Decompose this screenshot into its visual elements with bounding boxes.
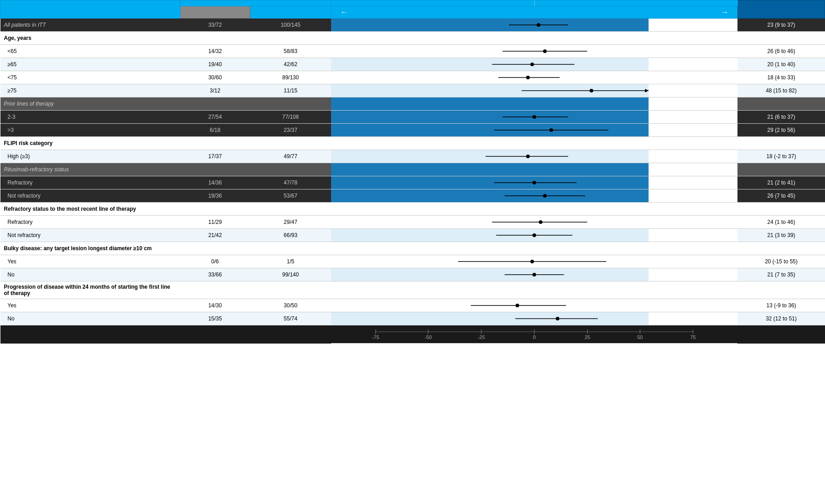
risk-diff-value: 48 (15 to 82): [737, 84, 825, 97]
bru-value: [250, 281, 331, 299]
svg-point-15: [590, 89, 593, 92]
subgroup-cell: Refractory status to the most recent lin…: [0, 203, 181, 216]
svg-point-21: [550, 128, 553, 132]
forest-cell: [331, 268, 737, 281]
risk-diff-value: 18 (-2 to 37): [737, 150, 825, 163]
favors-obi-label: [332, 0, 535, 6]
svg-point-33: [539, 220, 542, 224]
bru-value: 29/47: [250, 216, 331, 229]
bru-value: [250, 163, 331, 176]
table-row: Refractory status to the most recent lin…: [0, 203, 825, 216]
obi-value: 3/12: [180, 84, 250, 97]
forest-cell: [331, 176, 737, 189]
risk-diff-value: [737, 137, 825, 150]
favors-arrow-row: ← →: [331, 6, 737, 19]
bru-value: 77/108: [250, 111, 331, 124]
table-row: Age, years: [0, 32, 825, 45]
svg-point-5: [543, 49, 547, 53]
forest-cell: [331, 312, 737, 325]
obi-value: [180, 203, 250, 216]
subgroup-cell: ≥75: [0, 84, 181, 97]
table-row: ≥65 19/40 42/62 20 (1 to 40): [0, 58, 825, 71]
risk-diff-value: 20 (-15 to 55): [737, 255, 825, 268]
svg-rect-31: [331, 216, 649, 228]
obi-value: 11/29: [180, 216, 250, 229]
bru-value: 99/140: [250, 268, 331, 281]
risk-diff-value: 18 (4 to 33): [737, 71, 825, 84]
obi-value: 14/32: [180, 45, 250, 58]
obi-value: 6/18: [180, 124, 250, 137]
subgroup-cell: Yes: [0, 255, 181, 268]
subgroup-cell: All patients in ITT: [0, 19, 181, 32]
svg-point-24: [526, 155, 530, 158]
obi-value: 17/37: [180, 150, 250, 163]
obi-value: 21/42: [180, 229, 250, 242]
right-arrow: →: [721, 8, 737, 16]
obi-value: [180, 32, 250, 45]
table-row: >3 6/18 23/37 29 (2 to 56): [0, 124, 825, 137]
risk-diff-value: [737, 281, 825, 299]
forest-cell: [331, 189, 737, 203]
risk-diff-value: 20 (1 to 40): [737, 58, 825, 71]
table-footer: -75 -50 -25 0 25 50 75: [0, 325, 825, 344]
table-row: Prior lines of therapy: [0, 97, 825, 111]
table-row: <65 14/32 58/83 26 (6 to 46): [0, 45, 825, 58]
risk-diff-value: [737, 97, 825, 111]
subgroup-cell: Rituximab-refractory status: [0, 163, 181, 176]
forest-cell: [331, 124, 737, 137]
table-row: Rituximab-refractory status: [0, 163, 825, 176]
table-row: No 33/66 99/140 21 (7 to 35): [0, 268, 825, 281]
forest-plot-table: ← → All patients in ITT 33/72 100/145 23…: [0, 0, 825, 344]
forest-cell: [331, 216, 737, 229]
forest-cell: [331, 203, 737, 216]
forest-cell: [331, 84, 737, 97]
bru-value: 1/5: [250, 255, 331, 268]
subgroup-cell: No: [0, 312, 181, 325]
obi-value: 14/30: [180, 299, 250, 312]
svg-text:50: 50: [637, 334, 643, 340]
svg-rect-40: [331, 268, 649, 281]
bru-value: 100/145: [250, 19, 331, 32]
forest-cell: [331, 97, 737, 111]
svg-rect-6: [331, 58, 649, 71]
svg-point-36: [532, 233, 536, 237]
forest-cell: [331, 137, 737, 150]
bru-sub-header: [250, 6, 331, 19]
obi-value: [180, 137, 250, 150]
forest-cell: [331, 111, 737, 124]
svg-point-30: [543, 194, 547, 198]
bru-value: 55/74: [250, 312, 331, 325]
subgroup-cell: Progression of disease within 24 months …: [0, 281, 181, 299]
table-row: No 15/35 55/74 32 (12 to 51): [0, 312, 825, 325]
svg-point-8: [531, 63, 534, 66]
table-body: All patients in ITT 33/72 100/145 23 (9 …: [0, 19, 825, 325]
svg-point-2: [537, 23, 541, 27]
obi-sub-header: [180, 6, 250, 19]
subgroup-cell: 2-3: [0, 111, 181, 124]
obi-value: 27/54: [180, 111, 250, 124]
obi-value: 19/36: [180, 189, 250, 203]
bru-value: 47/78: [250, 176, 331, 189]
risk-diff-header: [737, 0, 825, 19]
forest-cell: [331, 32, 737, 45]
subgroup-cell: Bulky disease: any target lesion longest…: [0, 242, 181, 255]
bru-value: [250, 242, 331, 255]
obi-value: 33/66: [180, 268, 250, 281]
svg-rect-28: [331, 189, 649, 202]
subgroup-cell: Age, years: [0, 32, 181, 45]
forest-cell: [331, 71, 737, 84]
obi-value: 33/72: [180, 19, 250, 32]
forest-cell: [331, 45, 737, 58]
bru-value: 89/130: [250, 71, 331, 84]
obi-value: [180, 163, 250, 176]
table-row: Not refractory 21/42 66/93 21 (3 to 39): [0, 229, 825, 242]
svg-rect-25: [331, 176, 649, 189]
table-row: Refractory 11/29 29/47 24 (1 to 46): [0, 216, 825, 229]
bru-value: 66/93: [250, 229, 331, 242]
risk-diff-value: 21 (2 to 41): [737, 176, 825, 189]
bru-value: 53/67: [250, 189, 331, 203]
subgroup-cell: High (≥3): [0, 150, 181, 163]
obi-value: 15/35: [180, 312, 250, 325]
risk-diff-value: 26 (7 to 45): [737, 189, 825, 203]
favors-header: [331, 0, 737, 6]
